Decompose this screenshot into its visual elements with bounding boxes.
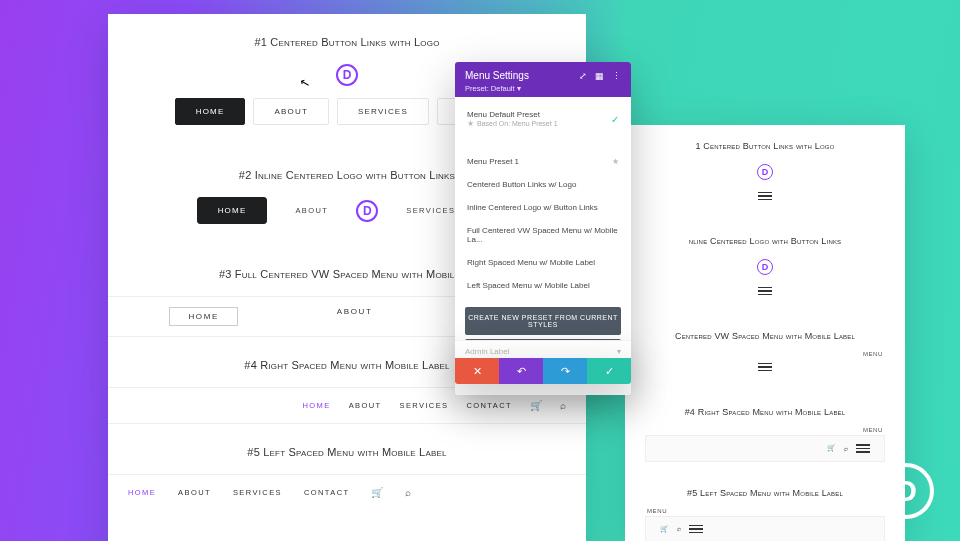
nav-services-button[interactable]: SERVICES xyxy=(337,98,429,125)
search-icon[interactable]: ⌕ xyxy=(560,400,566,411)
grid-icon[interactable]: ▦ xyxy=(595,71,604,81)
nav-left-row: HOME ABOUT SERVICES CONTACT 🛒 ⌕ xyxy=(108,474,586,510)
search-icon[interactable]: ⌕ xyxy=(677,525,681,532)
nav-home-link[interactable]: HOME xyxy=(128,488,156,497)
section-1-title: 1 Centered Button Links with Logo xyxy=(625,125,905,161)
section-2-title: nline Centered Logo with Button Links xyxy=(625,220,905,256)
preset-dropdown[interactable]: Preset: Default ▾ xyxy=(465,81,621,93)
cart-icon[interactable]: 🛒 xyxy=(827,444,836,452)
star-icon: ★ xyxy=(612,157,619,166)
nav-about-button[interactable]: ABOUT xyxy=(253,98,329,125)
preset-item[interactable]: Inline Centered Logo w/ Button Links xyxy=(455,196,631,219)
cart-icon[interactable]: 🛒 xyxy=(530,400,542,411)
hamburger-icon[interactable] xyxy=(758,285,772,298)
search-icon[interactable]: ⌕ xyxy=(844,445,848,452)
panel-header: Menu Settings ⤢ ▦ ⋮ Preset: Default ▾ xyxy=(455,62,631,97)
hamburger-icon[interactable] xyxy=(758,361,772,374)
menu-label: MENU xyxy=(625,427,905,435)
create-preset-button[interactable]: CREATE NEW PRESET FROM CURRENT STYLES xyxy=(465,307,621,335)
divi-brand-logo: D xyxy=(878,463,934,519)
preset-item[interactable]: Left Spaced Menu w/ Mobile Label xyxy=(455,274,631,297)
cart-icon[interactable]: 🛒 xyxy=(660,525,669,533)
section-3-title: Centered VW Spaced Menu with Mobile Labe… xyxy=(625,315,905,351)
nav-services-link[interactable]: SERVICES xyxy=(400,401,449,410)
redo-button[interactable]: ↷ xyxy=(543,358,587,384)
nav-about-link[interactable]: ABOUT xyxy=(349,401,382,410)
divi-logo-icon: D xyxy=(757,164,773,180)
mobile-menu-bar: 🛒 ⌕ xyxy=(645,435,885,462)
hamburger-icon[interactable] xyxy=(856,442,870,455)
section-1-title: #1 Centered Button Links with Logo xyxy=(108,14,586,64)
hamburger-icon[interactable] xyxy=(758,190,772,203)
expand-icon[interactable]: ⤢ xyxy=(579,71,587,81)
nav-about-link[interactable]: ABOUT xyxy=(178,488,211,497)
section-5-title: #5 Left Spaced Menu with Mobile Label xyxy=(108,424,586,474)
action-bar: ✕ ↶ ↷ ✓ xyxy=(455,358,631,384)
divi-logo-icon: D xyxy=(757,259,773,275)
nav-contact-link[interactable]: CONTACT xyxy=(467,401,513,410)
save-button[interactable]: ✓ xyxy=(587,358,631,384)
chevron-down-icon: ▾ xyxy=(617,347,621,356)
panel-title: Menu Settings xyxy=(465,70,529,81)
preset-based-on: Based On: Menu Preset 1 xyxy=(477,120,558,127)
nav-services-link[interactable]: SERVICES xyxy=(233,488,282,497)
preset-list: Menu Default Preset ★Based On: Menu Pres… xyxy=(455,97,631,303)
undo-button[interactable]: ↶ xyxy=(499,358,543,384)
preset-item[interactable]: Menu Preset 1★ xyxy=(455,150,631,173)
more-icon[interactable]: ⋮ xyxy=(612,71,621,81)
nav-home-button[interactable]: HOME xyxy=(197,197,268,224)
preset-item[interactable]: Right Spaced Menu w/ Mobile Label xyxy=(455,251,631,274)
check-icon: ✓ xyxy=(611,114,619,125)
nav-about-link[interactable]: ABOUT xyxy=(337,307,373,326)
divi-logo-icon: D xyxy=(356,200,378,222)
close-button[interactable]: ✕ xyxy=(455,358,499,384)
preset-item-default[interactable]: Menu Default Preset ★Based On: Menu Pres… xyxy=(455,103,631,135)
mobile-preview-card: 1 Centered Button Links with Logo D nlin… xyxy=(625,125,905,541)
star-icon: ★ xyxy=(467,119,474,128)
admin-label-text: Admin Label xyxy=(465,347,509,356)
preset-item[interactable]: Full Centered VW Spaced Menu w/ Mobile L… xyxy=(455,219,631,251)
section-5-title: #5 Left Spaced Menu with Mobile Label xyxy=(625,472,905,508)
nav-about-link[interactable]: ABOUT xyxy=(295,206,328,215)
divi-logo-icon: D xyxy=(336,64,358,86)
mobile-menu-bar: 🛒 ⌕ xyxy=(645,516,885,542)
nav-contact-link[interactable]: CONTACT xyxy=(304,488,350,497)
nav-services-link[interactable]: SERVICES xyxy=(406,206,455,215)
nav-home-button[interactable]: HOME xyxy=(175,98,246,125)
nav-home-link[interactable]: HOME xyxy=(303,401,331,410)
menu-label: MENU xyxy=(625,351,905,359)
search-icon[interactable]: ⌕ xyxy=(405,487,411,498)
menu-label: MENU xyxy=(625,508,905,516)
preset-name: Menu Default Preset xyxy=(467,110,558,119)
preset-item[interactable]: Centered Button Links w/ Logo xyxy=(455,173,631,196)
cart-icon[interactable]: 🛒 xyxy=(371,487,383,498)
hamburger-icon[interactable] xyxy=(689,523,703,536)
nav-home-link[interactable]: HOME xyxy=(169,307,237,326)
section-4-title: #4 Right Spaced Menu with Mobile Label xyxy=(625,391,905,427)
